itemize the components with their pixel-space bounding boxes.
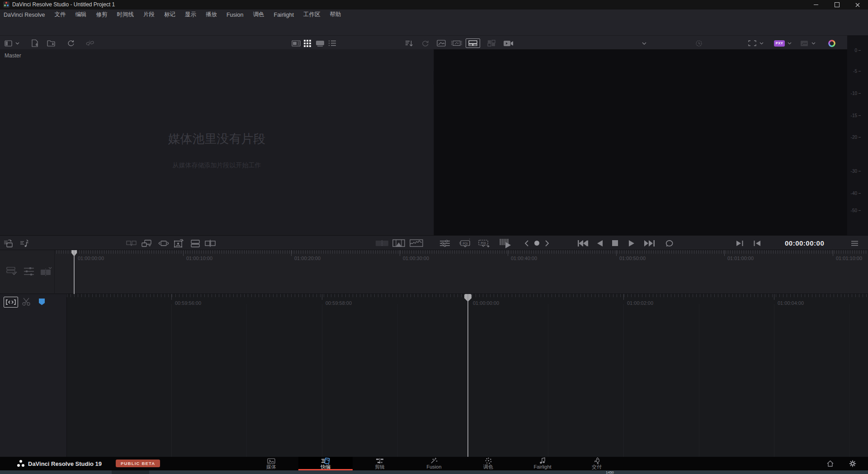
playhead-line[interactable] bbox=[467, 294, 468, 457]
video-overlay-button[interactable] bbox=[392, 236, 405, 251]
upper-timeline[interactable]: 01:00:00:00 01:00:10:00 01:00:20:00 01:0… bbox=[0, 250, 868, 294]
thumbnail-view-button[interactable] bbox=[316, 36, 325, 51]
tab-fusion[interactable]: Fusion bbox=[407, 457, 461, 470]
source-overwrite-button[interactable] bbox=[204, 236, 216, 251]
menu-playback[interactable]: 播放 bbox=[206, 11, 217, 19]
jump-back-button[interactable] bbox=[753, 236, 761, 251]
loop-button[interactable] bbox=[665, 236, 675, 251]
menu-trim[interactable]: 修剪 bbox=[96, 11, 107, 19]
proxy-mode-button[interactable]: PXY bbox=[774, 36, 785, 51]
timeline-view-button[interactable] bbox=[466, 36, 480, 51]
tab-color[interactable]: 调色 bbox=[461, 457, 515, 470]
panel-layout-button[interactable] bbox=[5, 36, 12, 51]
sync-clips-button[interactable] bbox=[40, 262, 52, 280]
menu-edit[interactable]: 编辑 bbox=[75, 11, 86, 19]
timeline-options-menu-icon[interactable] bbox=[851, 236, 859, 251]
close-up-button[interactable] bbox=[174, 236, 185, 251]
menu-color[interactable]: 调色 bbox=[253, 11, 264, 19]
viewer-zoom-button[interactable] bbox=[748, 36, 756, 51]
menu-davinci-resolve[interactable]: DaVinci Resolve bbox=[4, 12, 45, 18]
menu-help[interactable]: 帮助 bbox=[330, 11, 341, 19]
source-tape-view-button[interactable] bbox=[451, 36, 462, 51]
next-marker-icon[interactable] bbox=[545, 236, 549, 251]
menu-view[interactable]: 显示 bbox=[185, 11, 196, 19]
list-view-button[interactable] bbox=[329, 36, 336, 51]
track-controls-button[interactable] bbox=[24, 262, 34, 280]
boring-detector-button[interactable] bbox=[375, 236, 389, 251]
close-button[interactable] bbox=[847, 0, 868, 9]
play-reverse-button[interactable] bbox=[597, 236, 603, 251]
menu-fusion[interactable]: Fusion bbox=[226, 12, 244, 18]
import-folder-button[interactable] bbox=[47, 36, 55, 51]
stop-button[interactable] bbox=[612, 236, 618, 251]
smart-insert-button[interactable] bbox=[126, 236, 137, 251]
tab-media[interactable]: 媒体 bbox=[244, 457, 298, 470]
menu-clip[interactable]: 片段 bbox=[143, 11, 155, 19]
place-on-top-button[interactable] bbox=[190, 236, 201, 251]
panel-layout-chevron-icon[interactable] bbox=[15, 36, 19, 51]
tab-edit[interactable]: 剪辑 bbox=[353, 457, 407, 470]
home-icon bbox=[826, 460, 834, 467]
tab-cut[interactable]: 快编 bbox=[298, 457, 353, 470]
snapping-button[interactable] bbox=[39, 295, 45, 308]
play-button[interactable] bbox=[628, 236, 635, 251]
timeline-list-button[interactable] bbox=[6, 262, 18, 280]
live-overwrite-button[interactable] bbox=[503, 36, 514, 51]
maximize-button[interactable] bbox=[826, 0, 847, 9]
deliver-page-icon bbox=[594, 458, 600, 464]
insert-audio-button[interactable] bbox=[20, 236, 30, 251]
menu-mark[interactable]: 标记 bbox=[164, 11, 175, 19]
source-tape-play-button[interactable] bbox=[499, 236, 514, 251]
source-clip-view-button[interactable] bbox=[437, 36, 446, 51]
resync-media-button[interactable] bbox=[67, 36, 75, 51]
relink-media-button[interactable] bbox=[86, 36, 94, 51]
go-to-end-button[interactable] bbox=[644, 236, 656, 251]
multicam-view-button[interactable] bbox=[487, 36, 495, 51]
append-button[interactable] bbox=[141, 236, 153, 251]
timeline-timecode[interactable]: 00:00:00:00 bbox=[785, 236, 824, 251]
ripple-overwrite-button[interactable] bbox=[157, 236, 170, 251]
precision-trim-button[interactable] bbox=[4, 297, 18, 308]
insert-clip-button[interactable] bbox=[4, 236, 14, 251]
grid-view-button[interactable] bbox=[304, 36, 311, 51]
go-to-start-button[interactable] bbox=[577, 236, 589, 251]
minimize-button[interactable] bbox=[806, 0, 826, 9]
media-pool-panel: Master 媒体池里没有片段 从媒体存储添加片段以开始工作 bbox=[0, 49, 434, 235]
viewer-options-chevron-icon[interactable] bbox=[642, 36, 646, 51]
menu-fairlight[interactable]: Fairlight bbox=[274, 12, 294, 18]
grade-bypass-chevron-icon[interactable] bbox=[811, 36, 816, 51]
play-around-button[interactable] bbox=[736, 236, 744, 251]
menu-file[interactable]: 文件 bbox=[54, 11, 66, 19]
viewer-zoom-chevron-icon[interactable] bbox=[760, 36, 764, 51]
settings-button[interactable] bbox=[849, 460, 856, 467]
tab-cut-label: 快编 bbox=[321, 465, 330, 469]
previous-marker-icon[interactable] bbox=[524, 236, 528, 251]
tools-button[interactable] bbox=[439, 236, 450, 251]
audio-waveform-button[interactable] bbox=[410, 236, 423, 251]
upper-playhead-line[interactable] bbox=[74, 250, 75, 294]
split-clip-button[interactable] bbox=[22, 295, 31, 308]
refresh-button[interactable] bbox=[421, 36, 429, 51]
resolve-fx-button[interactable] bbox=[828, 36, 835, 51]
sort-button[interactable] bbox=[405, 36, 413, 51]
strip-view-button[interactable] bbox=[292, 36, 301, 51]
bin-label[interactable]: Master bbox=[5, 52, 21, 59]
tab-fairlight[interactable]: Fairlight bbox=[515, 457, 570, 470]
proxy-chevron-icon[interactable] bbox=[788, 36, 792, 51]
menu-workspace[interactable]: 工作区 bbox=[303, 11, 321, 19]
tab-deliver[interactable]: 交付 bbox=[570, 457, 624, 470]
title-bar: DaVinci Resolve Studio - Untitled Projec… bbox=[0, 0, 868, 9]
viewer-panel[interactable] bbox=[434, 49, 847, 235]
home-button[interactable] bbox=[826, 460, 834, 467]
marker-dot-icon[interactable] bbox=[534, 236, 539, 251]
snapping-icon bbox=[39, 299, 45, 305]
upper-ruler-label: 01:00:30:00 bbox=[403, 256, 429, 261]
timeline-panel[interactable]: 00:59:56:00 00:59:58:00 01:00:00:00 01:0… bbox=[0, 294, 868, 457]
menu-timeline[interactable]: 时间线 bbox=[117, 11, 134, 19]
grade-bypass-button[interactable] bbox=[800, 36, 808, 51]
import-media-button[interactable] bbox=[32, 36, 38, 51]
menu-bar: DaVinci Resolve 文件 编辑 修剪 时间线 片段 标记 显示 播放… bbox=[0, 9, 868, 20]
add-poi-marker-button[interactable]: POI bbox=[477, 236, 490, 251]
maximize-icon bbox=[835, 2, 840, 7]
poi-marker-button[interactable]: POI bbox=[458, 236, 471, 251]
